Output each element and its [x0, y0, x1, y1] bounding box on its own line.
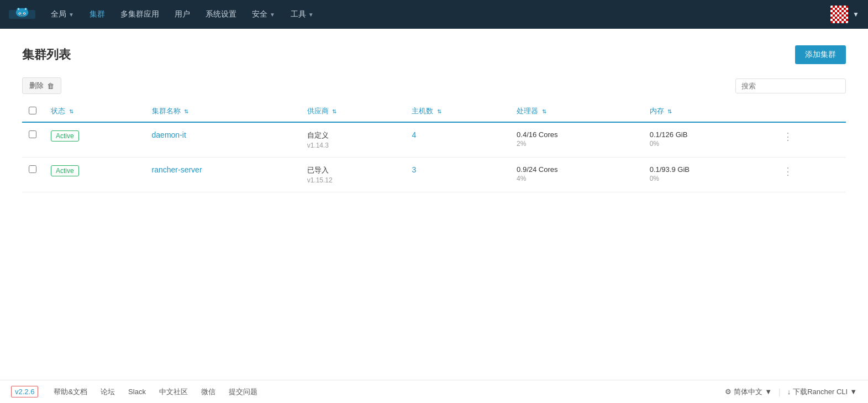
col-name[interactable]: 集群名称 ⇅ [145, 101, 301, 122]
row-status: Active [44, 122, 145, 158]
row-name: rancher-server [145, 158, 301, 192]
cpu-usage: 0.9/24 Cores [517, 165, 636, 174]
footer-link-chinese[interactable]: 中文社区 [152, 387, 194, 397]
chevron-down-icon: ▼ [270, 12, 275, 18]
cluster-name-link[interactable]: rancher-server [152, 165, 202, 174]
row-provider: 已导入 v1.15.12 [301, 158, 406, 192]
row-hosts: 3 [405, 158, 510, 192]
table-header-row: 状态 ⇅ 集群名称 ⇅ 供应商 ⇅ 主机数 ⇅ 处理器 ⇅ [22, 101, 846, 122]
navbar-right: ▼ [830, 6, 859, 23]
mem-pct: 0% [650, 175, 766, 182]
nav-tools[interactable]: 工具 ▼ [284, 6, 320, 23]
row-checkbox[interactable] [29, 130, 36, 138]
svg-point-8 [20, 14, 24, 17]
row-action-button[interactable]: ⋮ [780, 130, 796, 143]
provider-version: v1.14.3 [307, 142, 399, 149]
svg-point-10 [23, 15, 24, 16]
cluster-table: 状态 ⇅ 集群名称 ⇅ 供应商 ⇅ 主机数 ⇅ 处理器 ⇅ [22, 101, 846, 192]
page-header: 集群列表 添加集群 [22, 45, 846, 64]
provider-version: v1.15.12 [307, 176, 399, 184]
mem-usage: 0.1/126 GiB [650, 130, 766, 139]
status-badge: Active [51, 130, 79, 142]
provider-name: 自定义 [307, 130, 399, 140]
col-actions [773, 101, 846, 122]
col-status[interactable]: 状态 ⇅ [44, 101, 145, 122]
language-selector[interactable]: ⚙ 简体中文 ▼ [725, 387, 772, 397]
chevron-down-icon: ▼ [850, 388, 857, 396]
sort-icon: ⇅ [437, 108, 441, 114]
chevron-down-icon: ▼ [69, 12, 74, 18]
nav-multiapp[interactable]: 多集群应用 [114, 6, 166, 23]
row-name: daemon-it [145, 122, 301, 158]
footer: v2.2.6 帮助&文档 论坛 Slack 中文社区 微信 提交问题 ⚙ 简体中… [0, 380, 868, 403]
cpu-usage: 0.4/16 Cores [517, 130, 636, 139]
table-row: Active rancher-server 已导入 v1.15.12 3 0.9… [22, 158, 846, 192]
row-action-button[interactable]: ⋮ [780, 165, 796, 178]
nav-settings[interactable]: 系统设置 [199, 6, 243, 23]
select-all-checkbox[interactable] [29, 107, 36, 114]
main-content: 集群列表 添加集群 删除 🗑 状态 ⇅ 集群名称 ⇅ [0, 29, 868, 380]
footer-link-slack[interactable]: Slack [122, 388, 152, 396]
chevron-down-icon: ▼ [765, 388, 772, 396]
version-label: v2.2.6 [11, 386, 38, 397]
sort-icon: ⇅ [332, 108, 336, 114]
page-title: 集群列表 [22, 46, 71, 63]
logo[interactable] [9, 6, 35, 23]
status-badge: Active [51, 165, 79, 176]
cpu-pct: 4% [517, 175, 636, 182]
nav-menu: 全局 ▼ 集群 多集群应用 用户 系统设置 安全 ▼ 工具 ▼ [44, 6, 830, 23]
user-dropdown-icon[interactable]: ▼ [853, 11, 859, 18]
svg-point-3 [24, 8, 27, 12]
sort-icon: ⇅ [184, 108, 188, 114]
nav-global[interactable]: 全局 ▼ [44, 6, 81, 23]
footer-left: v2.2.6 帮助&文档 论坛 Slack 中文社区 微信 提交问题 [11, 386, 264, 397]
row-provider: 自定义 v1.14.3 [301, 122, 406, 158]
svg-point-6 [19, 13, 20, 14]
row-action: ⋮ [773, 158, 846, 192]
sort-icon: ⇅ [542, 108, 546, 114]
row-hosts: 4 [405, 122, 510, 158]
row-checkbox-cell [22, 158, 44, 192]
add-cluster-button[interactable]: 添加集群 [795, 45, 846, 64]
footer-link-forum[interactable]: 论坛 [94, 387, 122, 397]
divider: | [778, 388, 781, 396]
nav-security[interactable]: 安全 ▼ [245, 6, 282, 23]
row-memory: 0.1/126 GiB 0% [643, 122, 773, 158]
chevron-down-icon: ▼ [308, 12, 314, 18]
row-checkbox[interactable] [29, 165, 36, 173]
sort-icon: ⇅ [69, 108, 73, 114]
row-status: Active [44, 158, 145, 192]
table-row: Active daemon-it 自定义 v1.14.3 4 0.4/16 Co… [22, 122, 846, 158]
cluster-name-link[interactable]: daemon-it [152, 130, 186, 139]
col-hosts[interactable]: 主机数 ⇅ [405, 101, 510, 122]
footer-link-issues[interactable]: 提交问题 [222, 387, 264, 397]
footer-right: ⚙ 简体中文 ▼ | ↓ 下载Rancher CLI ▼ [725, 387, 857, 397]
col-cpu[interactable]: 处理器 ⇅ [510, 101, 643, 122]
mem-usage: 0.1/93.9 GiB [650, 165, 766, 174]
host-count: 3 [412, 165, 416, 174]
col-provider[interactable]: 供应商 ⇅ [301, 101, 406, 122]
cpu-pct: 2% [517, 140, 636, 148]
sort-icon: ⇅ [667, 108, 672, 114]
provider-name: 已导入 [307, 165, 399, 175]
row-action: ⋮ [773, 122, 846, 158]
svg-point-11 [18, 8, 19, 9]
download-icon: ↓ [787, 388, 791, 396]
mem-pct: 0% [650, 140, 766, 148]
gear-icon: ⚙ [725, 388, 732, 396]
svg-point-7 [24, 13, 25, 14]
delete-button[interactable]: 删除 🗑 [22, 77, 61, 94]
svg-point-12 [25, 8, 26, 9]
nav-cluster[interactable]: 集群 [83, 6, 112, 23]
search-input[interactable] [735, 78, 846, 93]
user-avatar[interactable] [830, 6, 848, 23]
host-count: 4 [412, 130, 416, 139]
trash-icon: 🗑 [47, 82, 54, 90]
svg-point-2 [17, 8, 20, 12]
nav-user[interactable]: 用户 [168, 6, 197, 23]
footer-link-help[interactable]: 帮助&文档 [47, 387, 94, 397]
footer-link-wechat[interactable]: 微信 [194, 387, 222, 397]
col-memory[interactable]: 内存 ⇅ [643, 101, 773, 122]
download-cli[interactable]: ↓ 下载Rancher CLI ▼ [787, 387, 857, 397]
navbar: 全局 ▼ 集群 多集群应用 用户 系统设置 安全 ▼ 工具 ▼ ▼ [0, 0, 868, 29]
